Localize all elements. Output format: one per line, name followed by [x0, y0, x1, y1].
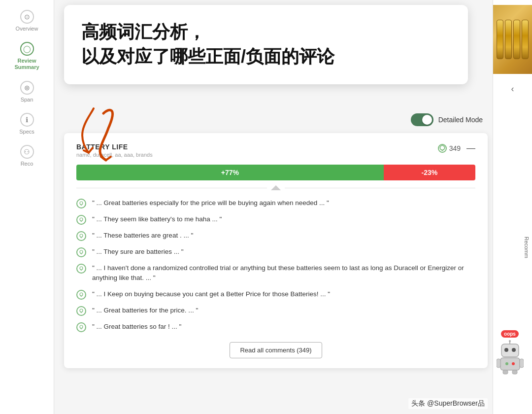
svg-rect-18: [520, 359, 524, 368]
svg-point-8: [80, 325, 83, 328]
review-text: " ... These batteries are great . ... ": [92, 231, 193, 241]
review-text: " ... Great batteries for the price. ...…: [92, 306, 198, 315]
svg-point-4: [80, 250, 83, 253]
comment-count-icon: [438, 144, 447, 153]
svg-rect-9: [501, 344, 519, 357]
review-item: " ... I haven't done a randomized contro…: [76, 263, 475, 283]
divider-right: [285, 188, 475, 188]
review-text: " ... They seem like battery's to me hah…: [92, 214, 222, 224]
sidebar-item-span-label: Span: [21, 97, 33, 103]
review-item: " ... These batteries are great . ... ": [76, 231, 475, 241]
reco-icon: ⚇: [20, 145, 34, 159]
robot-area: oops: [493, 330, 530, 375]
comment-count-value: 349: [449, 144, 461, 152]
sidebar-item-reco-label: Reco: [21, 161, 33, 167]
review-icon: [76, 199, 86, 208]
review-text: " ... I Keep on buying because you cant …: [92, 289, 330, 299]
review-icon: [76, 264, 86, 274]
toggle-knob: [422, 115, 432, 125]
review-summary-icon: ◯: [20, 42, 34, 56]
review-item: " ... Great batteries so far ! ... ": [76, 322, 475, 332]
svg-point-13: [509, 340, 511, 342]
watermark: 头条 @SuperBrowser品: [408, 398, 488, 409]
annotation-title: 高频词汇分析， 以及对应了哪些正面/负面的评论: [81, 20, 451, 69]
battery-product-image: [493, 5, 532, 74]
svg-rect-20: [512, 370, 517, 374]
battery-cylinder-2: [505, 20, 512, 59]
svg-point-2: [80, 218, 83, 221]
review-item: " ... Great batteries especially for the…: [76, 198, 475, 208]
sidebar-item-specs[interactable]: ℹ Specs: [0, 108, 54, 140]
review-icon: [76, 215, 86, 225]
recomm-label: Recomm: [524, 237, 530, 258]
svg-rect-17: [497, 359, 500, 368]
comment-count-display: 349: [438, 144, 461, 153]
sidebar-item-specs-label: Specs: [19, 129, 34, 135]
battery-cylinder-3: [513, 20, 520, 59]
sentiment-progress-bar: +77% -23%: [76, 165, 475, 180]
detailed-mode-label: Detailed Mode: [438, 116, 483, 124]
arrow-decoration: [79, 104, 177, 163]
right-panel: ‹ oops Recomm: [493, 0, 532, 414]
svg-rect-19: [503, 370, 508, 374]
robot-icon: [497, 340, 524, 375]
review-icon: [76, 306, 86, 316]
battery-life-card: BATTERY LIFE name, duracell, aa, aaa, br…: [64, 133, 488, 368]
divider-left: [76, 188, 267, 188]
review-icon: [76, 247, 86, 257]
sidebar-item-overview-label: Overview: [16, 26, 38, 32]
sidebar-item-overview[interactable]: ⊙ Overview: [0, 5, 54, 37]
read-all-container: Read all comments (349): [76, 342, 475, 358]
review-item: " ... Great batteries for the price. ...…: [76, 306, 475, 316]
svg-point-7: [80, 309, 83, 312]
annotation-card: 高频词汇分析， 以及对应了哪些正面/负面的评论: [64, 5, 468, 84]
review-list: " ... Great batteries especially for the…: [76, 198, 475, 332]
svg-point-3: [80, 234, 83, 237]
sidebar-item-review-summary[interactable]: ◯ ReviewSummary: [0, 37, 54, 75]
overview-icon: ⊙: [20, 10, 34, 24]
sidebar-item-span[interactable]: ⊛ Span: [0, 76, 54, 108]
review-text: " ... Great batteries so far ! ... ": [92, 322, 181, 332]
read-all-button[interactable]: Read all comments (349): [230, 342, 322, 358]
card-header-right: 349 —: [438, 143, 475, 153]
collapse-button[interactable]: —: [466, 143, 475, 153]
review-text: " ... I haven't done a randomized contro…: [92, 263, 475, 283]
chevron-up-icon: [271, 185, 281, 190]
svg-point-0: [440, 145, 444, 150]
svg-point-10: [504, 348, 508, 352]
oops-bubble: oops: [501, 330, 519, 338]
detailed-mode-toggle[interactable]: [411, 113, 433, 126]
specs-icon: ℹ: [20, 113, 34, 127]
review-item: " ... They seem like battery's to me hah…: [76, 214, 475, 225]
battery-cylinders: [497, 20, 529, 59]
review-text: " ... They sure are batteries ... ": [92, 247, 184, 257]
sidebar-item-reco[interactable]: ⚇ Reco: [0, 140, 54, 172]
main-area: 高频词汇分析， 以及对应了哪些正面/负面的评论 Detailed Mode BA…: [54, 0, 493, 414]
toggle-row: Detailed Mode: [411, 113, 483, 126]
svg-point-16: [512, 362, 515, 365]
svg-point-11: [512, 348, 516, 352]
sidebar: ⊙ Overview ◯ ReviewSummary ⊛ Span ℹ Spec…: [0, 0, 54, 414]
positive-bar: +77%: [76, 165, 384, 180]
divider-row: [76, 185, 475, 190]
review-icon: [76, 322, 86, 332]
left-chevron-button[interactable]: ‹: [511, 84, 514, 94]
review-icon: [76, 231, 86, 241]
review-item: " ... They sure are batteries ... ": [76, 247, 475, 257]
review-icon: [76, 290, 86, 300]
span-icon: ⊛: [20, 81, 34, 95]
svg-rect-14: [500, 358, 520, 370]
svg-point-5: [80, 267, 83, 270]
svg-point-15: [505, 362, 508, 365]
negative-bar: -23%: [384, 165, 475, 180]
sidebar-item-review-summary-label: ReviewSummary: [14, 58, 39, 70]
svg-point-6: [80, 293, 83, 296]
review-item: " ... I Keep on buying because you cant …: [76, 289, 475, 300]
review-text: " ... Great batteries especially for the…: [92, 198, 329, 208]
battery-cylinder-1: [497, 20, 503, 59]
battery-cylinder-4: [522, 20, 529, 59]
svg-point-1: [80, 202, 83, 205]
